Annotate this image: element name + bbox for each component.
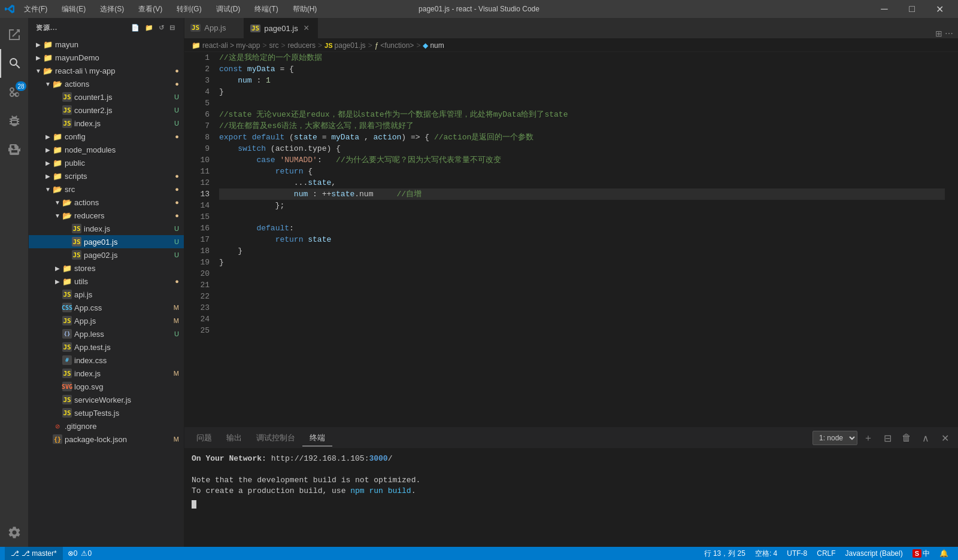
sidebar-item-label: App.test.js bbox=[74, 343, 184, 352]
terminal-tab-output[interactable]: 输出 bbox=[219, 430, 249, 446]
chevron-up-terminal-button[interactable]: ∧ bbox=[917, 430, 934, 446]
sidebar-item-counter2[interactable]: JS counter2.js U bbox=[29, 104, 184, 117]
sidebar-item-actions[interactable]: 📂 actions ● bbox=[29, 77, 184, 90]
sidebar-item-node-modules[interactable]: 📁 node_modules bbox=[29, 143, 184, 156]
sidebar-item-index-js[interactable]: JS index.js M bbox=[29, 367, 184, 380]
sidebar-item-react-ali[interactable]: 📂 react-ali \ my-app ● bbox=[29, 64, 184, 77]
maximize-button[interactable]: □ bbox=[898, 0, 926, 18]
git-branch[interactable]: ⎇ ⎇ master* bbox=[5, 547, 63, 560]
breadcrumb-reducers[interactable]: reducers bbox=[287, 41, 316, 50]
code-line-22 bbox=[219, 291, 945, 302]
sidebar-item-mayun[interactable]: 📁 mayun bbox=[29, 38, 184, 51]
cursor-position[interactable]: 行 13，列 25 bbox=[699, 547, 750, 560]
sidebar-item-counter1[interactable]: JS counter1.js U bbox=[29, 90, 184, 104]
breadcrumb-src[interactable]: src bbox=[269, 41, 278, 50]
activity-explorer[interactable] bbox=[0, 20, 29, 49]
editor-scrollbar[interactable] bbox=[950, 52, 958, 427]
sidebar-item-app-js[interactable]: JS App.js M bbox=[29, 314, 184, 327]
terminal-tab-debug-console[interactable]: 调试控制台 bbox=[249, 430, 302, 446]
split-terminal-button[interactable]: ⊟ bbox=[879, 430, 896, 446]
minimize-button[interactable]: ─ bbox=[871, 0, 898, 18]
sidebar-item-label: stores bbox=[74, 264, 184, 273]
menu-view[interactable]: 查看(V) bbox=[136, 3, 165, 16]
sougou-input[interactable]: S 中 bbox=[908, 547, 935, 560]
line-ending[interactable]: CRLF bbox=[812, 547, 840, 560]
terminal-tab-terminal[interactable]: 终端 bbox=[302, 430, 332, 446]
trash-terminal-button[interactable]: 🗑 bbox=[898, 430, 915, 446]
code-content[interactable]: //这是我给定的一个原始数据 const myData = { num : 1 … bbox=[214, 52, 950, 427]
close-terminal-button[interactable]: ✕ bbox=[936, 430, 953, 446]
breadcrumb-react-ali[interactable]: 📁 react-ali > my-app bbox=[192, 41, 260, 50]
leaf-icon bbox=[53, 395, 62, 404]
tab-close-button[interactable]: × bbox=[302, 23, 311, 33]
sidebar-item-label: counter2.js bbox=[74, 106, 174, 115]
menu-file[interactable]: 文件(F) bbox=[22, 3, 50, 16]
refresh-icon[interactable]: ↺ bbox=[157, 23, 166, 33]
activity-extensions[interactable] bbox=[0, 135, 29, 164]
sidebar-item-src-actions[interactable]: 📂 actions ● bbox=[29, 196, 184, 209]
sidebar-item-setup-tests[interactable]: JS setupTests.js bbox=[29, 406, 184, 419]
split-editor-icon[interactable]: ⊞ bbox=[935, 29, 942, 38]
breadcrumb-function[interactable]: ƒ <function> bbox=[375, 41, 414, 50]
language-mode[interactable]: Javascript (Babel) bbox=[841, 547, 908, 560]
more-actions-icon[interactable]: ⋯ bbox=[945, 29, 953, 38]
terminal-instance-select[interactable]: 1: node bbox=[813, 431, 857, 445]
activity-search[interactable] bbox=[0, 49, 29, 78]
menu-select[interactable]: 选择(S) bbox=[98, 3, 126, 16]
menu-edit[interactable]: 编辑(E) bbox=[59, 3, 88, 16]
sidebar-item-src[interactable]: 📂 src ● bbox=[29, 182, 184, 196]
sidebar-item-config[interactable]: 📁 config ● bbox=[29, 130, 184, 143]
tab-page01-js[interactable]: JS page01.js × bbox=[244, 18, 318, 38]
var-icon: ◆ bbox=[423, 41, 428, 50]
sidebar-item-public[interactable]: 📁 public bbox=[29, 156, 184, 169]
sidebar-item-api[interactable]: JS api.js bbox=[29, 288, 184, 301]
sidebar-item-index-css[interactable]: # index.css bbox=[29, 354, 184, 367]
new-folder-icon[interactable]: 📁 bbox=[144, 23, 155, 33]
activity-debug[interactable] bbox=[0, 106, 29, 135]
menu-terminal[interactable]: 终端(T) bbox=[252, 3, 280, 16]
collapse-icon[interactable]: ⊟ bbox=[168, 23, 177, 33]
notifications[interactable]: 🔔 bbox=[935, 547, 953, 560]
encoding[interactable]: UTF-8 bbox=[782, 547, 812, 560]
vscode-icon bbox=[5, 4, 14, 14]
sidebar-item-app-test[interactable]: JS App.test.js bbox=[29, 340, 184, 354]
line-num-15: 15 bbox=[189, 211, 210, 223]
js-file-icon: JS bbox=[62, 395, 72, 404]
sidebar-item-stores[interactable]: 📁 stores bbox=[29, 261, 184, 275]
code-editor[interactable]: 1 2 3 4 5 6 7 8 9 10 11 12 13 14 15 16 1 bbox=[184, 52, 958, 427]
terminal-tab-problems[interactable]: 问题 bbox=[189, 430, 219, 446]
close-button[interactable]: ✕ bbox=[926, 0, 953, 18]
sidebar-item-scripts[interactable]: 📁 scripts ● bbox=[29, 169, 184, 182]
sidebar-item-service-worker[interactable]: JS serviceWorker.js bbox=[29, 393, 184, 406]
sidebar-item-logo-svg[interactable]: SVG logo.svg bbox=[29, 380, 184, 393]
sidebar-item-app-css[interactable]: CSS App.css M bbox=[29, 301, 184, 314]
sidebar-item-mayunDemo[interactable]: 📁 mayunDemo bbox=[29, 51, 184, 64]
sidebar-item-actions-index[interactable]: JS index.js U bbox=[29, 117, 184, 130]
breadcrumb-num[interactable]: ◆ num bbox=[423, 41, 444, 50]
sidebar-item-page02[interactable]: JS page02.js U bbox=[29, 248, 184, 261]
sidebar-item-reducers[interactable]: 📂 reducers ● bbox=[29, 209, 184, 222]
status-errors[interactable]: ⊗ 0 ⚠ 0 bbox=[63, 547, 96, 560]
input-lang: 中 bbox=[923, 549, 930, 559]
activity-scm[interactable]: 28 bbox=[0, 78, 29, 106]
menu-help[interactable]: 帮助(H) bbox=[290, 3, 320, 16]
tab-app-js[interactable]: JS App.js bbox=[184, 18, 244, 38]
menu-goto[interactable]: 转到(G) bbox=[174, 3, 204, 16]
sidebar-item-app-less[interactable]: {} App.less U bbox=[29, 327, 184, 340]
indentation[interactable]: 空格: 4 bbox=[750, 547, 782, 560]
line-num-11: 11 bbox=[189, 166, 210, 177]
sidebar-item-page01[interactable]: JS page01.js U bbox=[29, 235, 184, 248]
new-file-icon[interactable]: 📄 bbox=[130, 23, 141, 33]
sidebar-item-reducers-index[interactable]: JS index.js U bbox=[29, 222, 184, 235]
sidebar-item-package-lock[interactable]: {} package-lock.json M bbox=[29, 433, 184, 446]
new-terminal-button[interactable]: ＋ bbox=[860, 430, 877, 446]
chevron-right-icon bbox=[43, 158, 53, 168]
activity-settings[interactable] bbox=[0, 518, 29, 547]
sidebar-item-gitignore[interactable]: ⊘ .gitignore bbox=[29, 419, 184, 433]
sidebar-item-utils[interactable]: 📁 utils ● bbox=[29, 275, 184, 288]
js-file-icon: JS bbox=[62, 369, 72, 378]
breadcrumb-page01[interactable]: JS page01.js bbox=[325, 41, 366, 50]
terminal-line-1: On Your Network: http://192.168.1.105:30… bbox=[192, 454, 951, 464]
sidebar-item-label: config bbox=[65, 132, 175, 141]
menu-debug[interactable]: 调试(D) bbox=[214, 3, 243, 16]
